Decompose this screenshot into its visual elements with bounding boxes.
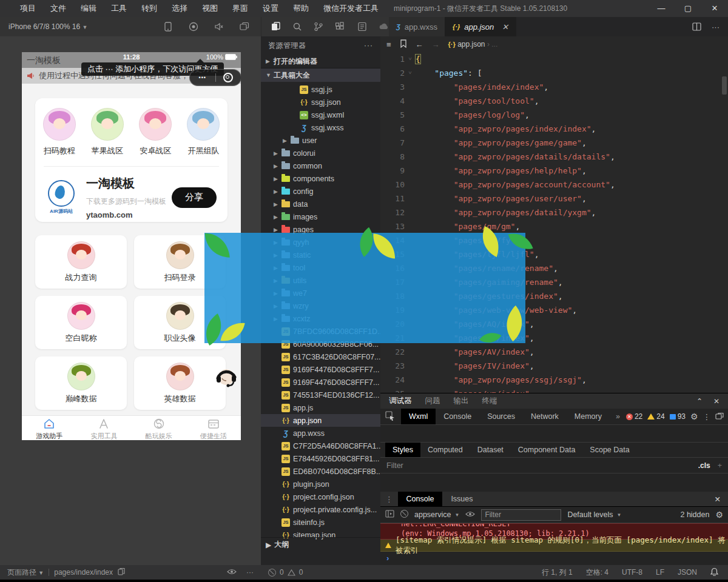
breadcrumb-file[interactable]: {·} app.json › ... (448, 40, 498, 48)
section-project-root[interactable]: ▼工具箱大全 (261, 68, 380, 82)
tree-item-C7F2D5A46D08C8FFA1...[interactable]: JSC7F2D5A46D08C8FFA1... (261, 440, 380, 452)
page-path-selector[interactable]: 页面路径 ▼ (7, 567, 44, 578)
tree-item-colorui[interactable]: ▶colorui (261, 147, 380, 159)
devtools-settings-icon[interactable]: ⚙ (690, 412, 698, 421)
devtools-tab-Network[interactable]: Network (523, 409, 567, 424)
feature-card-巅峰数据[interactable]: 巅峰数据 (35, 356, 127, 410)
console-close-icon[interactable]: ✕ (715, 495, 728, 504)
multi-window-icon[interactable] (239, 21, 250, 32)
console-kebab-icon[interactable]: ⋮ (380, 495, 398, 504)
console-tab-Console[interactable]: Console (398, 492, 443, 506)
tree-item-9169F4476D08C8FFF7...[interactable]: JS9169F4476D08C8FFF7... (261, 376, 380, 389)
styles-filter-input[interactable]: Filter (386, 461, 403, 470)
tabbar-item-游戏助手[interactable]: 游戏助手 (22, 416, 76, 440)
device-selector[interactable]: iPhone 6/7/8 100% 16 ▼ (0, 22, 87, 31)
status-11[interactable]: 行 1, 列 1 (542, 567, 573, 578)
close-panel-icon[interactable]: ✕ (713, 397, 720, 406)
minimize-capsule-button[interactable] (216, 73, 241, 82)
tree-item-app.json[interactable]: {·}app.json (261, 414, 380, 427)
split-editor-icon[interactable] (691, 21, 702, 32)
undock-icon[interactable] (715, 412, 724, 421)
quick-item-安卓战区[interactable]: 安卓战区 (134, 108, 177, 156)
panel-tab-调试器[interactable]: 调试器 (389, 396, 412, 406)
feature-card-空白昵称[interactable]: 空白昵称 (35, 296, 127, 349)
tree-item-data[interactable]: ▶data (261, 198, 380, 210)
back-icon[interactable]: ← (416, 40, 423, 49)
section-open-editors[interactable]: ▶打开的编辑器 (261, 55, 380, 68)
search-icon[interactable] (292, 21, 303, 32)
bookmark-icon[interactable] (400, 39, 407, 50)
quick-item-扫码教程[interactable]: 扫码教程 (38, 108, 81, 156)
tree-item-siteinfo.js[interactable]: JSsiteinfo.js (261, 516, 380, 529)
share-button[interactable]: 分享 (172, 187, 217, 208)
tree-item-9169F4476D08C8FFF7...[interactable]: JS9169F4476D08C8FFF7... (261, 363, 380, 376)
status-JSON[interactable]: JSON (678, 568, 697, 577)
tree-item-components[interactable]: ▶components (261, 172, 380, 185)
tab-close-icon[interactable]: ✕ (502, 22, 508, 32)
devtools-tab-Console[interactable]: Console (436, 409, 479, 424)
more-actions-icon[interactable]: ··· (712, 22, 720, 32)
cls-toggle[interactable]: .cls (698, 461, 710, 470)
phone-icon[interactable] (163, 21, 174, 32)
status-LF[interactable]: LF (656, 568, 664, 577)
tree-item-ssgj.wxss[interactable]: Ʒssgj.wxss (261, 121, 380, 134)
status-UTF8[interactable]: UTF-8 (622, 568, 642, 577)
status-4[interactable]: 空格: 4 (586, 567, 608, 578)
line-toggle-icon[interactable]: ≡ (386, 40, 391, 49)
styles-tab-Dataset[interactable]: Dataset (470, 443, 511, 457)
tree-item-app.wxss[interactable]: Ʒapp.wxss (261, 427, 380, 440)
tree-item-common[interactable]: ▶common (261, 159, 380, 172)
tree-item-user[interactable]: ▶user (261, 134, 380, 147)
editor-tab-app.json[interactable]: {·}app.json✕ (445, 17, 516, 36)
devtools-tab-Sources[interactable]: Sources (479, 409, 523, 424)
close-button[interactable]: ✕ (701, 0, 728, 17)
console-sidebar-icon[interactable] (385, 510, 394, 520)
minimize-button[interactable]: — (648, 0, 675, 17)
tab-overflow-icon[interactable]: » (610, 412, 626, 421)
wxml-element-area[interactable] (380, 425, 728, 443)
warning-badge[interactable]: 24 (647, 412, 664, 421)
devtools-tab-Wxml[interactable]: Wxml (401, 409, 436, 424)
notifications-bell-icon[interactable] (710, 567, 718, 578)
menu-item-视图[interactable]: 视图 (195, 3, 224, 14)
menu-item-项目[interactable]: 项目 (13, 3, 42, 14)
customer-service-float-icon[interactable] (213, 363, 240, 389)
console-settings-icon[interactable]: ⚙ (715, 510, 723, 520)
file-list-icon[interactable] (357, 21, 368, 32)
styles-tab-Styles[interactable]: Styles (385, 443, 420, 457)
quick-item-苹果战区[interactable]: 苹果战区 (86, 108, 129, 156)
add-style-icon[interactable]: + (718, 461, 722, 470)
preview-eye-icon[interactable] (227, 568, 237, 577)
explorer-icon[interactable] (270, 21, 281, 32)
panel-tab-输出[interactable]: 输出 (454, 396, 469, 406)
styles-tab-Component Data[interactable]: Component Data (511, 443, 583, 457)
editor-tab-app.wxss[interactable]: Ʒapp.wxss (389, 17, 445, 36)
tabbar-item-酷玩娱乐[interactable]: 酷玩娱乐 (132, 416, 186, 440)
extensions-icon[interactable] (335, 21, 346, 32)
inspect-element-icon[interactable] (385, 411, 395, 423)
menu-item-界面[interactable]: 界面 (226, 3, 255, 14)
message-badge[interactable]: 93 (670, 412, 686, 421)
devtools-kebab-icon[interactable]: ⋮ (703, 412, 711, 421)
git-branch-icon[interactable] (313, 21, 324, 32)
tree-item-ED6B07046D08C8FF8B...[interactable]: JSED6B07046D08C8FF8B... (261, 465, 380, 478)
mute-icon[interactable] (214, 21, 224, 32)
menu-item-文件[interactable]: 文件 (44, 3, 73, 14)
feature-card-英雄数据[interactable]: 英雄数据 (134, 356, 226, 410)
tree-item-E78445926D08C8FF81...[interactable]: JSE78445926D08C8FF81... (261, 452, 380, 465)
tree-item-617C3B426D08C8FF07...[interactable]: JS617C3B426D08C8FF07... (261, 350, 380, 363)
tree-item-config[interactable]: ▶config (261, 185, 380, 198)
menu-item-微信开发者工具[interactable]: 微信开发者工具 (317, 3, 385, 14)
outline-section[interactable]: ▶大纲 (261, 537, 380, 552)
panel-tab-终端[interactable]: 终端 (482, 396, 497, 406)
forward-icon[interactable]: → (432, 40, 440, 49)
copy-path-icon[interactable] (118, 567, 125, 577)
styles-tab-Scope Data[interactable]: Scope Data (582, 443, 636, 457)
log-levels-selector[interactable]: Default levels▼ (567, 510, 621, 519)
editor-scrollbar[interactable] (722, 76, 727, 95)
quick-item-开黑组队[interactable]: 开黑组队 (182, 108, 224, 156)
problem-counts[interactable]: 0 0 (254, 568, 371, 577)
tree-item-images[interactable]: ▶images (261, 210, 380, 223)
cloud-icon[interactable] (378, 21, 389, 32)
eye-icon[interactable] (465, 510, 475, 519)
